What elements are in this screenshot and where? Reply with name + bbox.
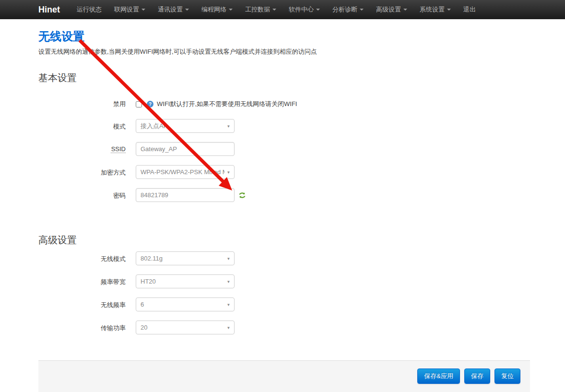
disable-checkbox[interactable] — [136, 101, 142, 107]
tx-power-select[interactable]: 20 ▼ — [136, 321, 235, 334]
main-content: 无线设置 设置无线网络的通信参数,当网关使用WIFI网络时,可以手动设置无线客户… — [38, 19, 530, 392]
brand-logo[interactable]: Hinet — [38, 5, 60, 15]
nav-item-analysis-diagnosis[interactable]: 分析诊断 — [326, 0, 370, 19]
field-label-disable: 禁用 — [38, 100, 126, 108]
chevron-down-icon — [185, 9, 189, 11]
chevron-down-icon — [447, 9, 451, 11]
top-navbar: Hinet 运行状态 联网设置 通讯设置 编程网络 工控数据 软件中心 分析诊断… — [0, 0, 565, 19]
action-bar: 保存&应用 保存 复位 — [38, 360, 530, 392]
advanced-settings-form: 无线模式 802.11g ▼ 频率带宽 HT20 ▼ 无线频率 6 — [38, 251, 530, 334]
tx-power-select-value: 20 — [141, 324, 224, 331]
nav-item-label: 运行状态 — [77, 0, 102, 19]
disable-control: ? WIFI默认打开,如果不需要使用无线网络请关闭WIFI — [136, 100, 297, 108]
nav-item-label: 编程网络 — [201, 0, 226, 19]
refresh-icon[interactable] — [238, 191, 246, 199]
password-input[interactable] — [136, 188, 235, 202]
basic-settings-form: 禁用 ? WIFI默认打开,如果不需要使用无线网络请关闭WIFI 模式 接入点A… — [38, 98, 530, 202]
nav-item-running-status[interactable]: 运行状态 — [71, 0, 108, 19]
field-row-tx-power: 传输功率 20 ▼ — [38, 321, 530, 334]
encryption-select[interactable]: WPA-PSK/WPA2-PSK Mixed Mode ▼ — [136, 165, 235, 179]
field-label-mode: 模式 — [38, 119, 126, 131]
section-advanced-title: 高级设置 — [38, 234, 530, 247]
disable-hint: WIFI默认打开,如果不需要使用无线网络请关闭WIFI — [157, 100, 297, 108]
field-row-wireless-mode: 无线模式 802.11g ▼ — [38, 251, 530, 265]
field-row-password: 密码 — [38, 188, 530, 202]
nav-item-programming-network[interactable]: 编程网络 — [195, 0, 239, 19]
nav-item-label: 软件中心 — [289, 0, 314, 19]
section-basic-title: 基本设置 — [38, 71, 530, 84]
chevron-down-icon — [403, 9, 407, 11]
field-row-bandwidth: 频率带宽 HT20 ▼ — [38, 274, 530, 288]
nav-item-label: 高级设置 — [376, 0, 401, 19]
wireless-mode-select-value: 802.11g — [141, 255, 224, 262]
chevron-down-icon: ▼ — [227, 256, 231, 261]
channel-select[interactable]: 6 ▼ — [136, 297, 235, 311]
chevron-down-icon: ▼ — [227, 302, 231, 307]
save-apply-button[interactable]: 保存&应用 — [417, 368, 460, 384]
mode-select[interactable]: 接入点AP ▼ — [136, 119, 235, 133]
nav-item-comm-settings[interactable]: 通讯设置 — [152, 0, 195, 19]
nav-item-software-center[interactable]: 软件中心 — [282, 0, 326, 19]
field-label-bandwidth: 频率带宽 — [38, 274, 126, 286]
chevron-down-icon: ▼ — [227, 279, 231, 284]
chevron-down-icon — [141, 9, 145, 11]
nav-item-label: 联网设置 — [114, 0, 139, 19]
field-row-mode: 模式 接入点AP ▼ — [38, 119, 530, 133]
channel-select-value: 6 — [141, 301, 224, 308]
nav-item-label: 工控数据 — [245, 0, 270, 19]
nav-item-label: 退出 — [463, 0, 476, 19]
reset-button[interactable]: 复位 — [494, 368, 520, 384]
page-title: 无线设置 — [38, 19, 530, 44]
field-row-channel: 无线频率 6 ▼ — [38, 297, 530, 311]
chevron-down-icon — [272, 9, 276, 11]
nav-item-label: 系统设置 — [420, 0, 445, 19]
chevron-down-icon: ▼ — [227, 170, 231, 174]
nav-item-advanced-settings[interactable]: 高级设置 — [370, 0, 413, 19]
nav-item-label: 通讯设置 — [158, 0, 183, 19]
nav-menu: 运行状态 联网设置 通讯设置 编程网络 工控数据 软件中心 分析诊断 高级设置 … — [71, 0, 482, 19]
nav-item-system-settings[interactable]: 系统设置 — [413, 0, 457, 19]
field-label-wireless-mode: 无线模式 — [38, 251, 126, 263]
chevron-down-icon — [316, 9, 320, 11]
ssid-input[interactable] — [136, 142, 235, 156]
field-label-encryption: 加密方式 — [38, 165, 126, 177]
field-row-encryption: 加密方式 WPA-PSK/WPA2-PSK Mixed Mode ▼ — [38, 165, 530, 179]
field-row-disable: 禁用 ? WIFI默认打开,如果不需要使用无线网络请关闭WIFI — [38, 98, 530, 108]
field-label-channel: 无线频率 — [38, 297, 126, 309]
field-label-tx-power: 传输功率 — [38, 321, 126, 333]
bandwidth-select[interactable]: HT20 ▼ — [136, 274, 235, 288]
nav-item-network-settings[interactable]: 联网设置 — [108, 0, 152, 19]
save-button[interactable]: 保存 — [464, 368, 490, 384]
field-row-ssid: SSID — [38, 142, 530, 156]
wireless-mode-select[interactable]: 802.11g ▼ — [136, 251, 235, 265]
help-icon[interactable]: ? — [147, 101, 153, 107]
bandwidth-select-value: HT20 — [141, 278, 224, 285]
chevron-down-icon — [360, 9, 364, 11]
page-description: 设置无线网络的通信参数,当网关使用WIFI网络时,可以手动设置无线客户端模式并连… — [38, 48, 530, 56]
chevron-down-icon: ▼ — [227, 124, 231, 128]
field-label-password: 密码 — [38, 188, 126, 200]
field-label-ssid: SSID — [38, 142, 126, 153]
encryption-select-value: WPA-PSK/WPA2-PSK Mixed Mode — [141, 168, 224, 176]
nav-item-label: 分析诊断 — [332, 0, 357, 19]
nav-item-industrial-data[interactable]: 工控数据 — [239, 0, 282, 19]
chevron-down-icon — [229, 9, 233, 11]
chevron-down-icon: ▼ — [227, 325, 231, 330]
nav-item-logout[interactable]: 退出 — [457, 0, 482, 19]
mode-select-value: 接入点AP — [141, 122, 224, 131]
